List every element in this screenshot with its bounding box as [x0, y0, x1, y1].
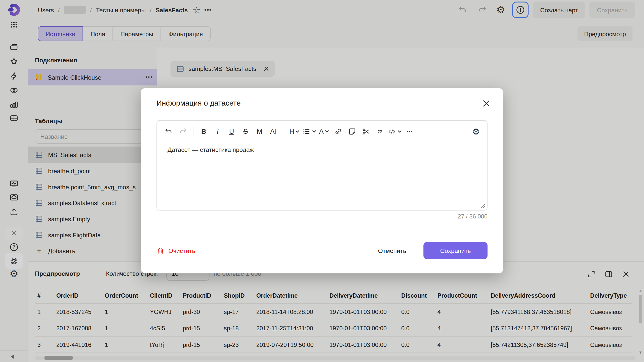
note-button[interactable] [346, 125, 358, 138]
link-button[interactable] [332, 125, 344, 138]
chevron-down-icon [325, 130, 329, 133]
chevron-down-icon [397, 130, 401, 133]
cut-button[interactable] [360, 125, 372, 138]
resize-handle[interactable] [480, 203, 485, 208]
code-icon [388, 127, 396, 135]
chevron-down-icon [296, 130, 300, 133]
scissors-icon [362, 127, 370, 135]
bold-button[interactable]: B [197, 125, 210, 138]
italic-button[interactable]: I [212, 125, 224, 138]
chevron-down-icon [312, 130, 316, 133]
quote-button[interactable]: ” [374, 125, 386, 138]
description-text[interactable]: Датасет — статистика продаж [168, 146, 476, 153]
editor-settings-button[interactable]: ⚙ [470, 125, 482, 138]
link-icon [334, 127, 342, 135]
trash-icon [156, 246, 165, 255]
clear-button[interactable]: Очистить [156, 246, 195, 255]
mark-button[interactable]: M [253, 125, 266, 138]
modal-close-icon[interactable] [480, 97, 493, 110]
strikethrough-button[interactable]: S [239, 125, 252, 138]
underline-button[interactable]: U [225, 125, 238, 138]
editor-undo-button[interactable] [163, 125, 175, 138]
cancel-button[interactable]: Отменить [372, 243, 412, 258]
list-menu-button[interactable] [302, 125, 316, 138]
clear-label: Очистить [168, 247, 195, 254]
modal-title: Информация о датасете [156, 99, 240, 107]
text-style-button[interactable]: AI [267, 125, 280, 138]
description-editor[interactable]: B I U S M AI H A [156, 120, 488, 210]
char-counter: 27 / 36 000 [458, 213, 487, 219]
modal-save-button[interactable]: Сохранить [423, 242, 488, 259]
code-menu-button[interactable] [388, 125, 402, 138]
app: ? ⚙ Users / / Тесты и примеры / SalesFac… [0, 0, 644, 362]
editor-redo-button[interactable] [177, 125, 189, 138]
dataset-info-modal: Информация о датасете B I U S M AI [141, 88, 503, 273]
font-color-menu-button[interactable]: A [318, 125, 330, 138]
heading-menu-button[interactable]: H [288, 125, 301, 138]
modal-footer: Очистить Отменить Сохранить [156, 242, 488, 259]
more-tools-button[interactable] [403, 125, 416, 138]
toolbar-divider [193, 126, 193, 136]
list-icon [302, 127, 311, 135]
toolbar-divider [284, 126, 284, 136]
more-dots-icon [405, 127, 414, 135]
note-icon [348, 127, 356, 135]
editor-toolbar: B I U S M AI H A [163, 125, 482, 138]
